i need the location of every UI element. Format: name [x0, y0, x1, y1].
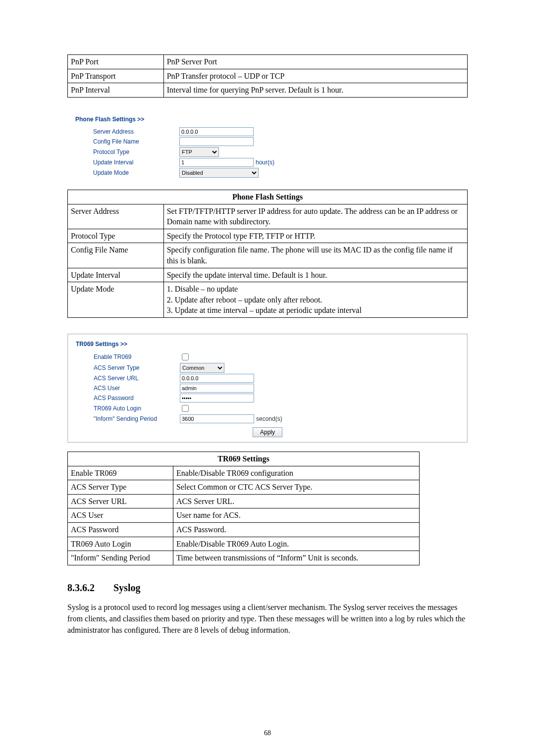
enable-tr069-label: Enable TR069	[76, 353, 180, 361]
table-row: ACS Password ACS Password.	[68, 523, 420, 537]
row-enable-tr069: Enable TR069	[76, 352, 459, 362]
acs-user-label: ACS User	[76, 384, 180, 392]
row-server-address: Server Address	[75, 127, 468, 136]
pnp-interval-desc: Interval time for querying PnP server. D…	[163, 83, 467, 98]
update-interval-input[interactable]	[179, 158, 254, 167]
phone-flash-desc-table: Phone Flash Settings Server Address Set …	[67, 190, 468, 318]
update-mode-label: Update Mode	[75, 169, 179, 177]
acs-pass-input[interactable]	[180, 394, 254, 403]
acs-pass-label: ACS Password	[76, 394, 180, 402]
auto-login-checkbox[interactable]	[182, 405, 189, 412]
table-row: ACS Server Type Select Common or CTC ACS…	[68, 480, 420, 495]
update-interval-unit: hour(s)	[256, 158, 274, 166]
table-row: ACS Server URL ACS Server URL.	[68, 494, 420, 508]
table-header-row: Phone Flash Settings	[68, 190, 468, 204]
desc-server-address-label: Server Address	[68, 204, 164, 229]
tr069-row-desc: User name for ACS.	[173, 508, 420, 523]
tr069-desc-header: TR069 Settings	[68, 452, 420, 466]
table-row: PnP Interval Interval time for querying …	[68, 83, 468, 98]
row-config-file: Config File Name	[75, 137, 468, 146]
desc-config-file-label: Config File Name	[68, 243, 164, 268]
desc-update-interval-text: Specify the update interval time. Defaul…	[163, 268, 467, 282]
row-acs-user: ACS User	[76, 384, 459, 393]
table-row: Update Interval Specify the update inter…	[68, 268, 468, 282]
desc-update-mode-text: 1. Disable – no update 2. Update after r…	[163, 282, 467, 318]
tr069-row-label: ACS Password	[68, 523, 173, 537]
inform-label: "Inform" Sending Period	[76, 415, 180, 423]
tr069-row-desc: Enable/Disable TR069 configuration	[173, 466, 420, 480]
table-row: PnP Transport PnP Transfer protocol – UD…	[68, 69, 468, 83]
server-address-label: Server Address	[75, 128, 179, 136]
update-interval-label: Update Interval	[75, 158, 179, 166]
section-number: 8.3.6.2	[67, 581, 111, 595]
section-paragraph: Syslog is a protocol used to record log …	[67, 602, 468, 636]
row-update-mode: Update Mode Disabled	[75, 168, 468, 178]
row-update-interval: Update Interval hour(s)	[75, 158, 468, 167]
update-mode-line2: 2. Update after reboot – update only aft…	[167, 296, 322, 304]
row-acs-pass: ACS Password	[76, 394, 459, 403]
tr069-ui: TR069 Settings >> Enable TR069 ACS Serve…	[67, 334, 468, 443]
table-row: Update Mode 1. Disable – no update 2. Up…	[68, 282, 468, 318]
phone-flash-title: Phone Flash Settings >>	[75, 115, 468, 123]
section-heading: 8.3.6.2 Syslog	[67, 581, 468, 595]
inform-input[interactable]	[180, 414, 254, 423]
acs-type-select[interactable]: Common	[180, 363, 224, 373]
desc-update-mode-label: Update Mode	[68, 282, 164, 318]
acs-type-label: ACS Server Type	[76, 364, 180, 372]
table-row: Server Address Set FTP/TFTP/HTTP server …	[68, 204, 468, 229]
tr069-title: TR069 Settings >>	[76, 340, 459, 348]
server-address-input[interactable]	[179, 127, 254, 136]
protocol-label: Protocol Type	[75, 148, 179, 156]
tr069-row-label: ACS Server Type	[68, 480, 173, 495]
phone-flash-ui: Phone Flash Settings >> Server Address C…	[67, 113, 468, 181]
acs-url-label: ACS Server URL	[76, 374, 180, 382]
row-acs-url: ACS Server URL	[76, 374, 459, 383]
tr069-row-label: ACS Server URL	[68, 494, 173, 508]
tr069-row-label: Enable TR069	[68, 466, 173, 480]
desc-update-interval-label: Update Interval	[68, 268, 164, 282]
pnp-transport-label: PnP Transport	[68, 69, 164, 83]
pnp-transport-desc: PnP Transfer protocol – UDP or TCP	[163, 69, 467, 83]
table-row: Enable TR069 Enable/Disable TR069 config…	[68, 466, 420, 480]
acs-url-input[interactable]	[180, 374, 254, 383]
table-row: ACS User User name for ACS.	[68, 508, 420, 523]
protocol-select[interactable]: FTP	[179, 147, 219, 157]
pnp-table: PnP Port PnP Server Port PnP Transport P…	[67, 54, 468, 98]
tr069-row-desc: Time between transmissions of “Inform” U…	[173, 551, 420, 565]
row-acs-type: ACS Server Type Common	[76, 363, 459, 373]
tr069-row-desc: ACS Password.	[173, 523, 420, 537]
update-mode-select[interactable]: Disabled	[179, 168, 259, 178]
tr069-row-label: "Inform" Sending Period	[68, 551, 173, 565]
table-row: Protocol Type Specify the Protocol type …	[68, 229, 468, 243]
tr069-row-label: TR069 Auto Login	[68, 537, 173, 551]
acs-user-input[interactable]	[180, 384, 254, 393]
tr069-desc-table: TR069 Settings Enable TR069 Enable/Disab…	[67, 452, 420, 565]
tr069-row-desc: Select Common or CTC ACS Server Type.	[173, 480, 420, 495]
update-mode-line3: 3. Update at time interval – update at p…	[167, 306, 362, 314]
row-protocol: Protocol Type FTP	[75, 147, 468, 157]
config-file-input[interactable]	[179, 137, 254, 146]
table-header-row: TR069 Settings	[68, 452, 420, 466]
desc-protocol-text: Specify the Protocol type FTP, TFTP or H…	[163, 229, 467, 243]
enable-tr069-checkbox[interactable]	[182, 353, 189, 360]
desc-protocol-label: Protocol Type	[68, 229, 164, 243]
desc-server-address-text: Set FTP/TFTP/HTTP server IP address for …	[163, 204, 467, 229]
pnp-port-label: PnP Port	[68, 55, 164, 69]
table-row: TR069 Auto Login Enable/Disable TR069 Au…	[68, 537, 420, 551]
tr069-row-desc: Enable/Disable TR069 Auto Login.	[173, 537, 420, 551]
apply-button[interactable]: Apply	[253, 427, 282, 437]
page-root: PnP Port PnP Server Port PnP Transport P…	[0, 0, 535, 756]
pnp-port-desc: PnP Server Port	[163, 55, 467, 69]
update-mode-line1: 1. Disable – no update	[167, 285, 238, 293]
tr069-row-label: ACS User	[68, 508, 173, 523]
inform-unit: second(s)	[256, 415, 282, 423]
page-number: 68	[0, 729, 535, 738]
row-inform: "Inform" Sending Period second(s)	[76, 414, 459, 423]
pnp-interval-label: PnP Interval	[68, 83, 164, 98]
section-title: Syslog	[113, 582, 140, 593]
table-row: Config File Name Specify configuration f…	[68, 243, 468, 268]
phone-flash-desc-header: Phone Flash Settings	[68, 190, 468, 204]
desc-config-file-text: Specify configuration file name. The pho…	[163, 243, 467, 268]
tr069-row-desc: ACS Server URL.	[173, 494, 420, 508]
config-file-label: Config File Name	[75, 138, 179, 146]
